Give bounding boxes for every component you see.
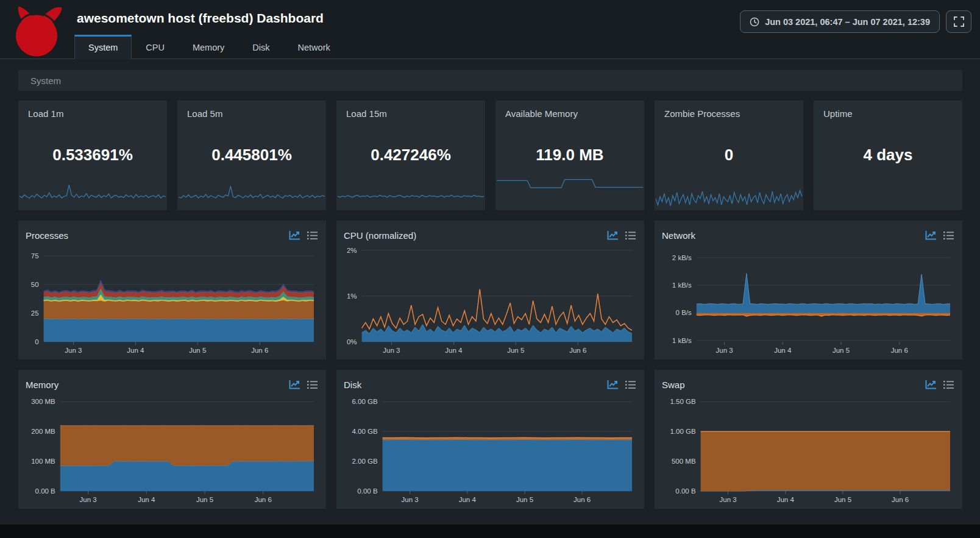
svg-text:0%: 0% [347,338,357,345]
svg-text:Jun 6: Jun 6 [892,496,909,503]
charts-row-2: Memory 0.00 B100 MB200 MB300 MBJun 3Jun … [18,370,962,509]
stat-value: 0.533691% [18,146,167,165]
freebsd-logo [7,4,66,60]
svg-text:Jun 6: Jun 6 [251,347,268,354]
panel-title: Disk [344,380,361,390]
stat-value: 4 days [814,146,962,165]
stat-value: 0.445801% [177,146,326,165]
legend-list-icon[interactable] [307,231,318,240]
fullscreen-icon [954,16,964,27]
tab-cpu[interactable]: CPU [132,35,179,59]
svg-text:1.00 GB: 1.00 GB [670,428,696,435]
chart-mode-icon[interactable] [289,380,300,389]
tab-system[interactable]: System [74,35,132,59]
chart-mode-icon[interactable] [925,230,937,240]
svg-text:Jun 3: Jun 3 [716,347,733,354]
svg-text:Jun 5: Jun 5 [516,496,533,503]
nav-tabs: System CPU Memory Disk Network [74,35,344,59]
svg-text:100 MB: 100 MB [31,458,55,465]
chart-mode-icon[interactable] [925,380,937,389]
svg-text:Jun 3: Jun 3 [65,347,82,354]
svg-text:0: 0 [35,338,38,345]
svg-text:0.00 B: 0.00 B [357,487,378,495]
stat-card-uptime: Uptime 4 days [814,101,962,210]
footer-spacer [18,509,962,525]
chart-mode-icon[interactable] [289,230,300,240]
svg-text:1.50 GB: 1.50 GB [670,398,696,405]
svg-text:Jun 5: Jun 5 [833,347,850,354]
load-15m-sparkline [338,180,484,207]
panel-title: Memory [26,380,59,390]
svg-text:500 MB: 500 MB [672,458,696,465]
legend-list-icon[interactable] [943,380,954,389]
svg-text:1%: 1% [347,292,357,300]
svg-text:Jun 5: Jun 5 [196,496,213,503]
panel-disk: Disk 0.00 B2.00 GB4.00 GB6.00 GBJun 3Jun… [336,370,644,509]
svg-text:Jun 4: Jun 4 [774,347,792,354]
stats-row: Load 1m 0.533691% Load 5m 0.445801% Load… [18,101,962,210]
processes-chart[interactable]: 0255075Jun 3Jun 4Jun 5Jun 6 [26,244,319,355]
legend-list-icon[interactable] [625,231,636,240]
chart-mode-icon[interactable] [607,230,619,240]
time-range-picker[interactable]: Jun 03 2021, 06:47 – Jun 07 2021, 12:39 [740,10,940,33]
svg-text:0.00 B: 0.00 B [675,487,696,495]
swap-chart[interactable]: 0.00 B500 MB1.00 GB1.50 GBJun 3Jun 4Jun … [662,393,955,504]
footer-black-bar [0,525,980,538]
svg-text:25: 25 [31,310,39,317]
panel-title: Swap [662,380,685,390]
legend-list-icon[interactable] [943,231,954,240]
svg-text:2 kB/s: 2 kB/s [672,254,692,261]
memory-chart[interactable]: 0.00 B100 MB200 MB300 MBJun 3Jun 4Jun 5J… [26,393,319,504]
stat-label: Available Memory [505,108,578,119]
stat-card-zombie-processes: Zombie Processes 0 [655,101,803,210]
clock-icon [750,17,759,27]
svg-text:Jun 6: Jun 6 [573,496,591,503]
svg-text:Jun 3: Jun 3 [402,496,419,503]
svg-text:Jun 4: Jun 4 [138,496,155,503]
section-label: System [30,76,61,86]
stat-label: Load 1m [28,108,63,119]
legend-list-icon[interactable] [625,380,636,389]
panel-processes: Processes 0255075Jun 3Jun 4Jun 5Jun 6 [18,221,326,359]
svg-text:Jun 4: Jun 4 [459,496,477,503]
disk-chart[interactable]: 0.00 B2.00 GB4.00 GB6.00 GBJun 3Jun 4Jun… [344,393,637,504]
page-title: awesometown host (freebsd) Dashboard [77,11,324,26]
panel-title: Network [662,230,695,241]
svg-text:Jun 5: Jun 5 [834,496,851,503]
tab-disk[interactable]: Disk [238,35,283,59]
cpu-normalized-chart[interactable]: 0%1%2%Jun 3Jun 4Jun 5Jun 6 [344,244,637,355]
svg-text:Jun 5: Jun 5 [507,347,524,354]
svg-text:200 MB: 200 MB [31,428,55,435]
header-bar: awesometown host (freebsd) Dashboard Jun… [0,0,980,59]
tab-network[interactable]: Network [284,35,344,59]
stat-card-load-5m: Load 5m 0.445801% [177,101,326,210]
chart-mode-icon[interactable] [607,380,619,389]
panel-cpu-normalized: CPU (normalized) 0%1%2%Jun 3Jun 4Jun 5Ju… [336,221,644,359]
svg-text:Jun 4: Jun 4 [777,496,795,503]
stat-label: Load 5m [187,108,222,119]
fullscreen-button[interactable] [946,10,971,33]
tab-memory[interactable]: Memory [179,35,238,59]
svg-text:Jun 3: Jun 3 [720,496,737,503]
stat-label: Uptime [823,108,853,119]
stat-card-load-1m: Load 1m 0.533691% [18,101,167,210]
charts-row-1: Processes 0255075Jun 3Jun 4Jun 5Jun 6 CP… [18,221,962,359]
stat-value: 0 [655,146,803,165]
network-chart[interactable]: 1 kB/s0 B/s1 kB/s2 kB/sJun 3Jun 4Jun 5Ju… [662,244,955,355]
svg-text:75: 75 [31,252,39,260]
svg-text:0 B/s: 0 B/s [676,309,692,316]
svg-text:50: 50 [31,281,39,288]
section-header-system[interactable]: System [18,70,962,91]
svg-text:Jun 6: Jun 6 [891,347,908,354]
legend-list-icon[interactable] [307,380,318,389]
panel-swap: Swap 0.00 B500 MB1.00 GB1.50 GBJun 3Jun … [655,370,962,509]
stat-label: Load 15m [346,108,387,119]
svg-text:Jun 5: Jun 5 [189,347,206,354]
svg-text:1 kB/s: 1 kB/s [672,281,692,289]
panel-network: Network 1 kB/s0 B/s1 kB/s2 kB/sJun 3Jun … [655,221,962,359]
panel-title: CPU (normalized) [344,230,416,241]
available-memory-sparkline [497,169,643,203]
svg-text:2%: 2% [347,247,357,254]
zombie-processes-sparkline [656,181,802,210]
stat-label: Zombie Processes [664,108,740,119]
